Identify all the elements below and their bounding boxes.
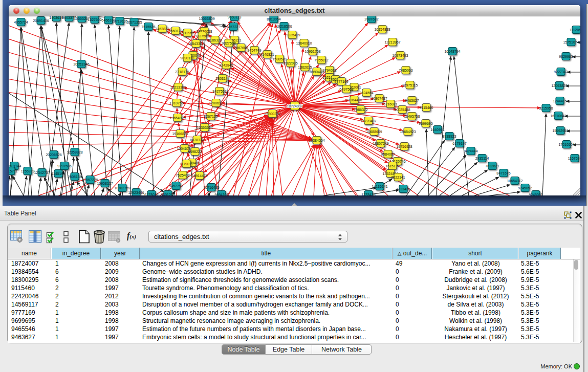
svg-text:20053346: 20053346 — [73, 62, 89, 66]
svg-text:9327508: 9327508 — [222, 41, 235, 45]
svg-text:10719135: 10719135 — [112, 19, 127, 23]
svg-text:17010504: 17010504 — [558, 143, 574, 146]
svg-text:12975115: 12975115 — [402, 83, 418, 87]
svg-text:13640910: 13640910 — [296, 41, 312, 45]
svg-text:1733426: 1733426 — [396, 187, 410, 191]
svg-text:2803144: 2803144 — [215, 77, 229, 80]
svg-text:12359928: 12359928 — [67, 150, 82, 154]
svg-text:12093827: 12093827 — [551, 84, 567, 87]
svg-text:19654923: 19654923 — [400, 130, 416, 134]
svg-text:2505135: 2505135 — [68, 175, 81, 179]
svg-text:9115460: 9115460 — [420, 106, 433, 110]
svg-text:14136141: 14136141 — [372, 185, 387, 188]
svg-text:12342737: 12342737 — [34, 171, 50, 174]
svg-text:19384554: 19384554 — [309, 139, 324, 142]
svg-text:2087682: 2087682 — [364, 17, 378, 21]
svg-text:9794028: 9794028 — [322, 69, 336, 72]
svg-text:9245052: 9245052 — [518, 186, 532, 190]
svg-text:16154838: 16154838 — [374, 28, 390, 31]
svg-text:7515526: 7515526 — [141, 25, 155, 29]
svg-text:17957225: 17957225 — [82, 178, 98, 182]
svg-text:16671355: 16671355 — [126, 20, 142, 24]
svg-text:21364436: 21364436 — [346, 98, 362, 102]
svg-text:3267130: 3267130 — [204, 115, 217, 118]
svg-text:10961758: 10961758 — [304, 50, 320, 53]
svg-text:4055724: 4055724 — [14, 20, 28, 24]
svg-text:10782759: 10782759 — [114, 186, 130, 190]
svg-text:1310755: 1310755 — [169, 101, 183, 105]
svg-text:1156829: 1156829 — [21, 169, 35, 173]
svg-text:7632621: 7632621 — [485, 164, 499, 168]
svg-text:10958107: 10958107 — [97, 182, 113, 185]
svg-text:15692951: 15692951 — [552, 129, 568, 133]
svg-text:8878334: 8878334 — [190, 138, 204, 142]
svg-text:8454749: 8454749 — [247, 49, 261, 52]
svg-text:16648794: 16648794 — [444, 50, 460, 53]
svg-text:1733425: 1733425 — [361, 193, 375, 196]
svg-text:6723012: 6723012 — [144, 193, 158, 196]
svg-text:3915711: 3915711 — [9, 169, 17, 173]
svg-text:9084067: 9084067 — [381, 152, 395, 156]
svg-text:3215958: 3215958 — [539, 106, 553, 110]
svg-text:1112051: 1112051 — [570, 28, 580, 32]
svg-text:19654925: 19654925 — [169, 116, 185, 120]
svg-text:9660113: 9660113 — [228, 16, 242, 19]
svg-text:10025488: 10025488 — [394, 108, 410, 112]
svg-text:12213967: 12213967 — [384, 40, 400, 44]
svg-text:9699695: 9699695 — [419, 122, 432, 125]
svg-text:3624554: 3624554 — [359, 91, 373, 95]
svg-text:2522141: 2522141 — [391, 176, 405, 179]
svg-text:12213369: 12213369 — [170, 85, 186, 89]
svg-text:6216021: 6216021 — [383, 102, 397, 106]
svg-text:6179197: 6179197 — [452, 142, 466, 145]
svg-text:6497568: 6497568 — [339, 87, 353, 91]
svg-text:2867608: 2867608 — [234, 46, 248, 50]
svg-text:9457791: 9457791 — [169, 184, 183, 188]
svg-text:9474444: 9474444 — [464, 149, 477, 153]
svg-text:15751074: 15751074 — [563, 40, 579, 44]
svg-text:9227342: 9227342 — [554, 70, 568, 74]
svg-text:10654112: 10654112 — [507, 179, 523, 183]
svg-text:8813054: 8813054 — [267, 17, 280, 21]
svg-text:1700612: 1700612 — [209, 101, 223, 105]
svg-text:1527602: 1527602 — [88, 18, 101, 21]
svg-text:2718176: 2718176 — [175, 70, 189, 74]
svg-text:18807249: 18807249 — [373, 142, 388, 145]
svg-text:1640951: 1640951 — [430, 128, 444, 132]
svg-text:19756928: 19756928 — [396, 145, 412, 148]
svg-text:1588520: 1588520 — [272, 57, 286, 61]
svg-text:7986372: 7986372 — [354, 108, 367, 112]
svg-text:20691406: 20691406 — [33, 19, 49, 23]
svg-text:9245051: 9245051 — [529, 193, 542, 196]
svg-text:9777109: 9777109 — [334, 80, 348, 83]
svg-text:18724007: 18724007 — [287, 104, 302, 108]
svg-text:1403619: 1403619 — [49, 16, 63, 19]
svg-text:9498222: 9498222 — [188, 150, 202, 154]
svg-text:9327503: 9327503 — [195, 34, 209, 38]
svg-text:9954102: 9954102 — [214, 193, 228, 196]
svg-text:9890133: 9890133 — [180, 56, 194, 60]
svg-text:12923446: 12923446 — [128, 191, 144, 194]
svg-text:10973493: 10973493 — [392, 54, 408, 57]
svg-text:9401215: 9401215 — [161, 193, 175, 196]
svg-text:13325419: 13325419 — [284, 33, 300, 37]
svg-text:9242845: 9242845 — [219, 63, 233, 67]
svg-text:16543382: 16543382 — [188, 42, 204, 46]
svg-text:7357227: 7357227 — [226, 25, 240, 29]
svg-text:1615132: 1615132 — [385, 164, 399, 168]
svg-text:12353594: 12353594 — [197, 126, 212, 129]
svg-text:10688609: 10688609 — [366, 130, 382, 134]
svg-text:7625402: 7625402 — [176, 173, 189, 177]
svg-text:10807487: 10807487 — [371, 97, 387, 100]
svg-text:7485063: 7485063 — [399, 69, 412, 72]
svg-text:25300215: 25300215 — [264, 112, 280, 116]
svg-text:2935114: 2935114 — [475, 157, 489, 160]
svg-text:9829965: 9829965 — [559, 55, 573, 58]
svg-text:19166825: 19166825 — [172, 132, 188, 136]
svg-text:15720407: 15720407 — [360, 119, 376, 123]
svg-text:1167534: 1167534 — [568, 157, 580, 160]
svg-text:7463822: 7463822 — [155, 27, 169, 31]
svg-text:10053809: 10053809 — [199, 17, 214, 20]
svg-text:1362615: 1362615 — [298, 65, 312, 69]
svg-text:1145194: 1145194 — [52, 172, 66, 176]
